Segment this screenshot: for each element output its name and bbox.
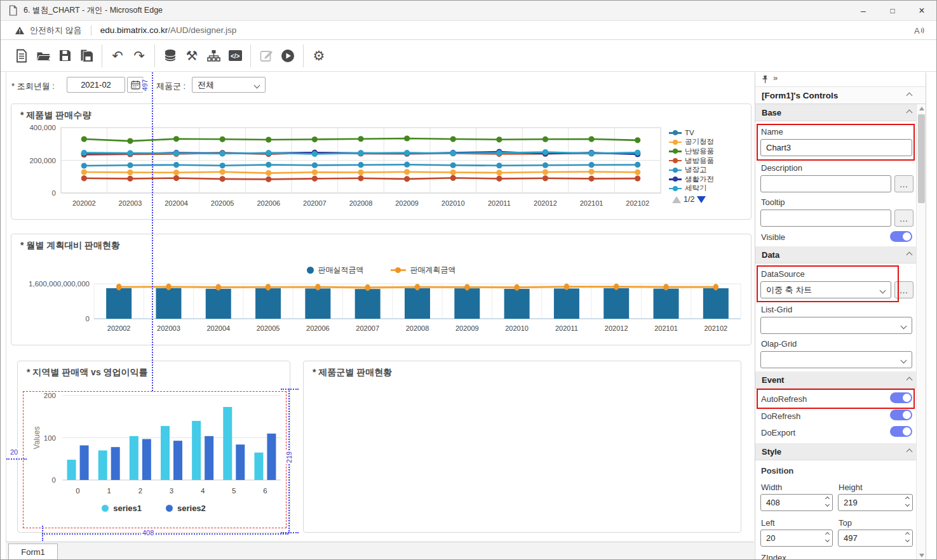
series-marker (391, 267, 406, 274)
section-style[interactable]: Style (755, 443, 926, 460)
form-tab-bar: Form1 (6, 542, 754, 560)
sitemap-button[interactable] (203, 45, 224, 67)
scroll-up-icon[interactable] (919, 107, 924, 110)
autorefresh-toggle[interactable] (890, 392, 912, 403)
svg-text:202011: 202011 (555, 324, 578, 332)
doexport-toggle[interactable] (890, 426, 912, 437)
data-source-button[interactable] (159, 45, 181, 67)
dorefresh-toggle[interactable] (890, 410, 912, 420)
stepper-icons[interactable] (906, 497, 909, 506)
collapse-panel-icon[interactable]: » (773, 73, 778, 83)
close-button[interactable]: × (907, 1, 936, 21)
settings-button[interactable]: ⚙ (308, 45, 330, 67)
chart-panel-monthly-plan[interactable]: * 월별 계획대비 판매현황 판매실적금액 판매계획금액 1,600,000,0… (11, 234, 752, 345)
panel-title: * 월별 계획대비 판매현황 (20, 240, 120, 251)
undo-button[interactable]: ↶ (107, 45, 128, 67)
title-bar: 6. 별첨_CHART - 개인 - Microsoft Edge – □ × (1, 1, 936, 21)
visible-label: Visible (761, 232, 785, 242)
legend-item[interactable]: 난방용품 (669, 147, 750, 156)
chart-panel-product-qty[interactable]: * 제품별 판매수량 400,000200,000020200220200320… (11, 103, 752, 220)
divider (250, 44, 251, 67)
legend-item[interactable]: 판매실적금액 (307, 265, 364, 276)
legend-item[interactable]: 생활가전 (669, 175, 750, 184)
legend-item[interactable]: 냉장고 (669, 165, 750, 175)
legend-item[interactable]: 공기청정 (669, 138, 750, 147)
legend-item[interactable]: 판매계획금액 (391, 265, 456, 276)
svg-text:202005: 202005 (211, 199, 234, 207)
name-label: Name (761, 127, 783, 137)
listgrid-select[interactable] (760, 317, 912, 334)
stepper-icons[interactable] (906, 533, 909, 542)
window-title: 6. 별첨_CHART - 개인 - Microsoft Edge (24, 5, 163, 16)
legend-item[interactable]: series2 (166, 503, 206, 513)
month-filter-input[interactable] (67, 77, 125, 93)
save-button[interactable] (54, 45, 76, 67)
legend-item[interactable]: 세탁기 (669, 184, 750, 194)
series-marker (166, 505, 173, 512)
datasource-more-button[interactable]: … (894, 281, 913, 298)
section-base[interactable]: Base (755, 104, 926, 121)
run-button[interactable] (277, 45, 299, 67)
svg-text:202007: 202007 (356, 324, 379, 332)
calendar-icon (131, 80, 140, 90)
security-warning[interactable]: 안전하지 않음 (15, 25, 82, 36)
datasource-select[interactable]: 이중 축 차트 (760, 281, 891, 298)
datasource-label: DataSource (761, 269, 805, 279)
redo-button[interactable]: ↷ (128, 45, 150, 67)
left-stepper[interactable] (760, 530, 833, 547)
svg-text:Values: Values (32, 427, 41, 450)
visible-toggle[interactable] (890, 231, 912, 242)
tooltip-more-button[interactable]: … (894, 210, 913, 227)
legend-item[interactable]: series1 (102, 503, 142, 513)
designer-canvas[interactable]: * 조회년월 : 제품군 : 전체 * 제품별 판매수량 400,000200,… (6, 72, 754, 542)
read-aloud-icon[interactable]: A (912, 24, 925, 37)
section-event[interactable]: Event (755, 371, 926, 389)
width-input[interactable] (760, 494, 833, 511)
stepper-icons[interactable] (826, 533, 829, 542)
maximize-button[interactable]: □ (878, 1, 907, 21)
description-more-button[interactable]: … (894, 175, 913, 192)
svg-text:202007: 202007 (303, 199, 327, 207)
svg-text:202008: 202008 (406, 324, 429, 332)
save-as-button[interactable] (76, 45, 97, 67)
top-stepper[interactable] (838, 530, 913, 547)
calendar-button[interactable] (127, 77, 144, 93)
height-input[interactable] (838, 494, 913, 511)
legend-item[interactable]: 냉방용품 (669, 156, 750, 166)
legend-page-up-icon[interactable] (672, 196, 681, 203)
svg-text:202004: 202004 (206, 324, 230, 332)
scroll-thumb[interactable] (918, 114, 925, 203)
olapgrid-select[interactable] (760, 351, 912, 368)
open-folder-button[interactable] (32, 45, 54, 67)
minimize-button[interactable]: – (849, 1, 878, 21)
product-filter-select[interactable]: 전체 (192, 77, 266, 93)
controls-header[interactable]: [Form1]'s Controls (755, 86, 926, 104)
tooltip-input[interactable] (760, 210, 891, 227)
legend-item[interactable]: TV (669, 128, 750, 138)
pin-icon[interactable] (761, 75, 769, 84)
url-field[interactable]: edu.bimatrix.co.kr/AUD/designer.jsp (100, 25, 237, 35)
name-input[interactable] (760, 139, 912, 156)
legend-page-down-icon[interactable] (697, 196, 706, 203)
stepper-icons[interactable] (826, 497, 829, 506)
width-stepper[interactable] (760, 494, 833, 511)
legend-page-indicator: 1/2 (684, 195, 694, 204)
section-data[interactable]: Data (755, 246, 926, 263)
new-document-button[interactable] (11, 45, 32, 67)
chart-panel-region-sales[interactable]: * 지역별 판매액 vs 영업이익률 2001000Values0123456 … (17, 361, 290, 533)
tab-form1[interactable]: Form1 (8, 543, 58, 560)
chevron-up-icon (907, 377, 913, 383)
build-tools-button[interactable]: ⚒ (181, 45, 203, 67)
svg-text:202004: 202004 (165, 199, 188, 207)
left-input[interactable] (760, 530, 833, 547)
chart-panel-product-group[interactable]: * 제품군별 판매현황 (303, 361, 741, 533)
script-code-button[interactable]: </> (224, 45, 246, 67)
panel-scrollbar[interactable] (916, 104, 926, 560)
height-stepper[interactable] (838, 494, 913, 511)
svg-text:202012: 202012 (534, 199, 557, 207)
scroll-down-icon[interactable] (919, 554, 924, 557)
description-input[interactable] (760, 175, 891, 192)
svg-text:202003: 202003 (157, 324, 180, 332)
top-input[interactable] (838, 530, 913, 547)
divider (303, 44, 304, 67)
